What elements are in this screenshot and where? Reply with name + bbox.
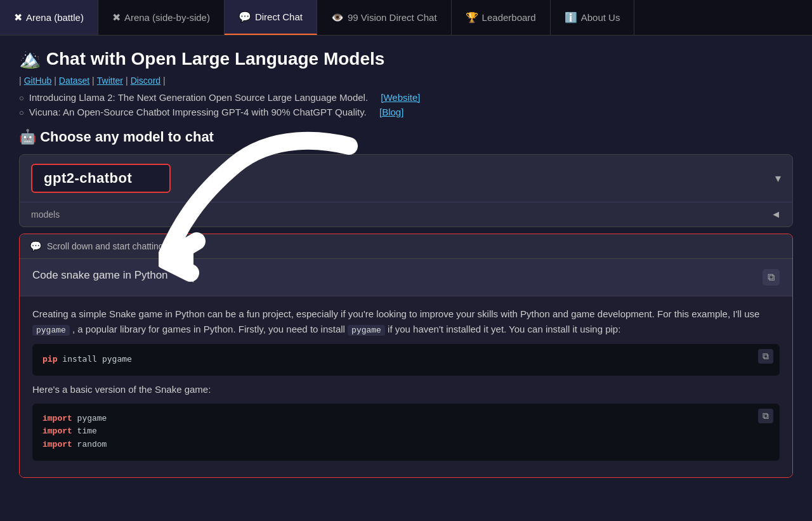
tab-arena-battle[interactable]: ✖ Arena (battle) (0, 0, 98, 35)
vision-icon: 👁️ (331, 11, 344, 23)
nav-tabs: ✖ Arena (battle) ✖ Arena (side-by-side) … (0, 0, 812, 36)
links-row: | GitHub | Dataset | Twitter | Discord | (19, 76, 793, 86)
assistant-para-1: Creating a simple Snake game in Python c… (32, 307, 780, 338)
main-content: 🏔️ Chat with Open Large Language Models … (0, 36, 812, 484)
code-line-1: import pygame (43, 412, 769, 426)
code-block-game: import pygame import time import random … (32, 404, 780, 461)
chat-header: 💬 Scroll down and start chatting (20, 234, 792, 259)
title-emoji: 🏔️ (19, 49, 41, 69)
code-block-install: pip install pygame ⧉ (32, 344, 780, 376)
title-text: Chat with Open Large Language Models (46, 49, 385, 69)
arena-battle-icon: ✖ (14, 11, 22, 23)
model-selector-second-row: models ◄ (20, 202, 792, 227)
code-line-2: import time (43, 425, 769, 439)
chat-messages: Code snake game in Python ⧉ Creating a s… (20, 259, 792, 477)
tab-leaderboard-label: Leaderboard (482, 12, 536, 23)
vicuna-blog-link[interactable]: [Blog] (379, 107, 403, 117)
tab-about-us-label: About Us (581, 12, 620, 23)
chat-scroll-hint: Scroll down and start chatting (47, 241, 164, 251)
assistant-text-1b: , a popular library for games in Python.… (72, 324, 345, 334)
bullet-llama2-text: Introducing Llama 2: The Next Generation… (29, 92, 368, 103)
leaderboard-icon: 🏆 (466, 11, 478, 23)
bullet-vicuna: Vicuna: An Open-Source Chatbot Impressin… (19, 107, 793, 117)
dropdown-chevron-icon[interactable]: ▾ (775, 171, 781, 185)
links-prefix: | (19, 76, 22, 86)
discord-link[interactable]: Discord (131, 76, 160, 86)
choose-model-title: 🤖 Choose any model to chat (19, 129, 793, 145)
bullet-vicuna-text: Vicuna: An Open-Source Chatbot Impressin… (29, 107, 367, 117)
model-selector-area: gpt2-chatbot ▾ models ◄ (19, 154, 793, 227)
choose-model-emoji: 🤖 (19, 129, 36, 145)
model-name-display: gpt2-chatbot (31, 164, 171, 193)
tab-direct-chat[interactable]: 💬 Direct Chat (225, 0, 317, 35)
assistant-text-1c: if you haven't installed it yet. You can… (388, 324, 620, 334)
tab-vision-label: 99 Vision Direct Chat (348, 12, 437, 23)
about-us-icon: ℹ️ (565, 11, 577, 23)
browse-models-text: models (31, 209, 60, 220)
model-selector-row: gpt2-chatbot ▾ (20, 155, 792, 202)
github-link[interactable]: GitHub (24, 76, 52, 86)
copy-game-code-button[interactable]: ⧉ (758, 409, 773, 423)
bullet-list: Introducing Llama 2: The Next Generation… (19, 92, 793, 117)
tab-arena-sidebyside[interactable]: ✖ Arena (side-by-side) (98, 0, 225, 35)
chat-area: 💬 Scroll down and start chatting Code sn… (19, 234, 793, 478)
tab-arena-battle-label: Arena (battle) (26, 12, 84, 23)
copy-install-code-button[interactable]: ⧉ (758, 349, 773, 364)
bullet-llama2: Introducing Llama 2: The Next Generation… (19, 92, 793, 103)
copy-user-message-button[interactable]: ⧉ (763, 269, 780, 286)
assistant-text-1a: Creating a simple Snake game in Python c… (32, 308, 759, 319)
page-title: 🏔️ Chat with Open Large Language Models (19, 48, 793, 69)
assistant-para-2: Here's a basic version of the Snake game… (32, 382, 780, 397)
user-message-text: Code snake game in Python (32, 269, 168, 282)
tab-about-us[interactable]: ℹ️ About Us (551, 0, 635, 35)
tab-direct-chat-label: Direct Chat (255, 11, 303, 22)
twitter-link[interactable]: Twitter (97, 76, 123, 86)
collapse-arrow-icon[interactable]: ◄ (771, 209, 781, 220)
llama2-website-link[interactable]: [Website] (381, 92, 420, 103)
dataset-link[interactable]: Dataset (59, 76, 89, 86)
code-line-3: import random (43, 439, 769, 452)
direct-chat-icon: 💬 (239, 11, 251, 23)
arena-sidebyside-icon: ✖ (112, 11, 121, 23)
choose-model-text: Choose any model to chat (40, 129, 214, 145)
tab-vision-direct-chat[interactable]: 👁️ 99 Vision Direct Chat (317, 0, 452, 35)
pygame-inline-1: pygame (32, 325, 70, 336)
pygame-inline-2: pygame (348, 325, 385, 336)
user-message: Code snake game in Python ⧉ (20, 259, 792, 296)
assistant-message: Creating a simple Snake game in Python c… (20, 296, 792, 477)
code-install-text: pip install pygame (43, 354, 132, 364)
model-dropdown-main[interactable]: gpt2-chatbot ▾ (31, 164, 781, 193)
tab-leaderboard[interactable]: 🏆 Leaderboard (452, 0, 551, 35)
chat-header-icon: 💬 (30, 241, 42, 252)
tab-arena-sidebyside-label: Arena (side-by-side) (124, 12, 210, 23)
